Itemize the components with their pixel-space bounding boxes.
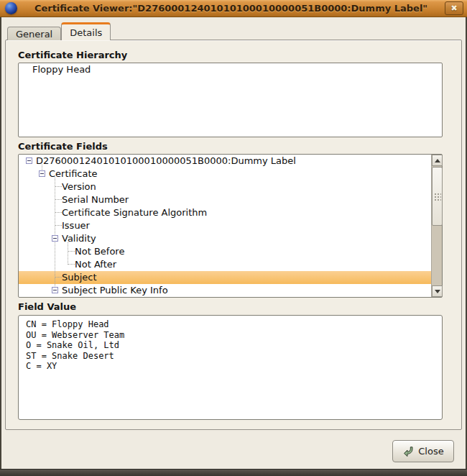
tree-row-label: Not Before [75,245,124,258]
scrollbar-grip-icon [434,193,441,201]
tree-row-label: Subject Public Key Info [62,284,168,297]
globe-icon [5,2,17,14]
certificate-fields-tree[interactable]: D27600012401010100010000051B0000:Dummy L… [19,155,431,297]
certificate-viewer-window: Certificate Viewer:"D2760001240101010001… [0,0,467,476]
tree-row-label: Certificate [49,168,98,180]
tree-row[interactable]: Not Before [19,245,431,258]
dialog-body: General Details Certificate Hierarchy Fl… [1,17,466,469]
tree-row[interactable]: Not After [19,258,431,271]
field-value-heading: Field Value [18,301,76,312]
titlebar[interactable]: Certificate Viewer:"D2760001240101010001… [0,0,467,17]
arrow-down-icon [435,290,440,293]
field-value-line: ST = Snake Desert [26,351,435,362]
details-tab-panel: Certificate Hierarchy Floppy Head Certif… [5,40,462,430]
tab-bar: General Details [7,22,111,40]
tree-row-label: Subject [62,271,97,284]
tree-row[interactable]: Certificate Signature Algorithm [19,206,431,219]
collapse-icon[interactable] [52,235,58,242]
certificate-hierarchy-list[interactable]: Floppy Head [18,63,443,137]
certificate-fields-box: D27600012401010100010000051B0000:Dummy L… [18,154,443,298]
tab-details[interactable]: Details [61,22,111,40]
tree-scrollbar[interactable] [431,155,442,297]
tree-branch-line [68,251,75,252]
tree-row-label: Issuer [62,219,90,232]
field-value-line: CN = Floppy Head [26,319,435,330]
tree-row[interactable]: Subject Public Key Info [19,284,431,297]
tree-branch-line [55,277,62,278]
collapse-icon[interactable] [39,170,45,177]
tree-row[interactable]: Validity [19,232,431,245]
tree-branch-line [68,264,75,265]
tree-guide-line [55,178,55,290]
scrollbar-thumb[interactable] [432,167,443,226]
close-arrow-icon [402,446,414,457]
tree-branch-line [55,186,62,187]
tree-guide-line [68,242,68,265]
tree-row[interactable]: Issuer [19,219,431,232]
tree-row[interactable]: D27600012401010100010000051B0000:Dummy L… [19,155,431,168]
close-button-label: Close [418,446,443,457]
tree-row-label: Certificate Signature Algorithm [62,206,207,219]
window-bottom-border[interactable] [0,469,467,476]
scrollbar-up-button[interactable] [432,155,443,166]
collapse-icon[interactable] [26,157,32,164]
tree-row-label: Version [62,180,96,193]
arrow-up-icon [435,159,440,163]
tree-row[interactable]: Serial Number [19,193,431,206]
window-title: Certificate Viewer:"D2760001240101010001… [17,3,445,14]
tab-general[interactable]: General [7,27,61,40]
tree-row-label: Not After [75,258,116,271]
collapse-icon[interactable] [52,287,58,293]
field-value-text[interactable]: CN = Floppy HeadOU = Webserver TeamO = S… [18,315,443,420]
field-value-line: OU = Webserver Team [26,330,435,341]
scrollbar-down-button[interactable] [432,285,443,297]
certificate-hierarchy-heading: Certificate Hierarchy [18,50,127,60]
tree-row[interactable]: Certificate [19,168,431,180]
tree-row-label: D27600012401010100010000051B0000:Dummy L… [36,155,296,168]
tree-branch-line [55,212,62,213]
tree-branch-line [55,225,62,226]
field-value-line: C = XY [26,361,435,372]
tree-row-label: Serial Number [62,193,129,206]
close-x-icon: ✖ [450,4,457,13]
certificate-fields-heading: Certificate Fields [18,141,108,152]
close-button[interactable]: Close [392,440,454,462]
hierarchy-item[interactable]: Floppy Head [19,63,442,76]
tab-general-label: General [16,29,52,40]
tree-row-selected[interactable]: Subject [19,271,431,284]
field-value-line: O = Snake Oil, Ltd [26,340,435,351]
tab-details-label: Details [70,27,102,38]
tree-row[interactable]: Version [19,180,431,193]
tree-branch-line [55,199,62,200]
window-close-button[interactable]: ✖ [445,1,463,15]
